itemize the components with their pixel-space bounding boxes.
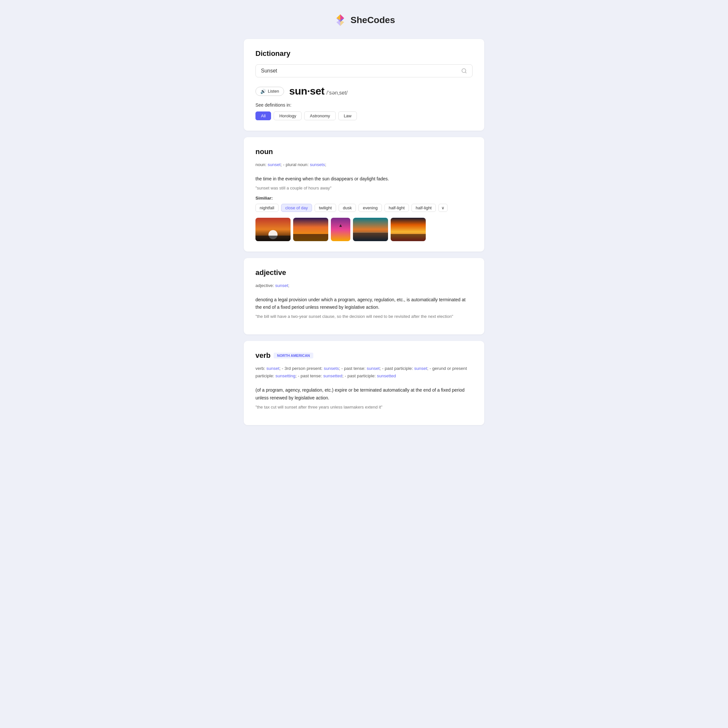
sunset-image-5 [391, 218, 426, 241]
sunset-image-1 [255, 218, 291, 241]
pos-noun: noun [255, 148, 473, 156]
listen-button[interactable]: 🔊 Listen [255, 87, 284, 96]
header: SheCodes [6, 13, 722, 27]
dictionary-title: Dictionary [255, 49, 473, 58]
noun-form-link-2[interactable]: sunsets [310, 162, 325, 167]
sunset-image-4 [353, 218, 388, 241]
svg-rect-12 [293, 234, 328, 241]
verb-example: "the tax cut will sunset after three yea… [255, 405, 473, 410]
verb-form-link-5[interactable]: sunsetting [275, 373, 296, 378]
logo-icon [333, 13, 347, 27]
svg-rect-13 [331, 218, 350, 241]
pos-adjective: adjective [255, 268, 473, 277]
noun-definition: the time in the evening when the sun dis… [255, 175, 473, 183]
tab-law[interactable]: Law [338, 112, 357, 120]
tag-close-of-day[interactable]: close of day [281, 204, 312, 212]
svg-marker-4 [336, 20, 340, 26]
tag-evening[interactable]: evening [358, 204, 382, 212]
word-row: 🔊 Listen sun·set /ˈsənˌset/ [255, 85, 473, 97]
main-container: Dictionary 🔊 Listen sun·set /ˈsənˌset/ S… [244, 39, 484, 425]
definition-tabs: All Horology Astronomy Law [255, 112, 473, 120]
see-definitions-label: See definitions in: [255, 102, 473, 107]
similiar-tags: nightfall close of day twilight dusk eve… [255, 204, 473, 212]
verb-form-link-4[interactable]: sunset [414, 366, 427, 371]
search-box [255, 64, 473, 77]
search-input[interactable] [261, 68, 461, 74]
verb-form-link-6[interactable]: sunsetted [323, 373, 343, 378]
dictionary-card: Dictionary 🔊 Listen sun·set /ˈsənˌset/ S… [244, 39, 484, 131]
verb-card: verb NORTH AMERICAN verb: sunset; - 3rd … [244, 341, 484, 425]
noun-example: "sunset was still a couple of hours away… [255, 185, 473, 190]
sunset-images [255, 218, 473, 241]
adjective-example: "the bill will have a two-year sunset cl… [255, 314, 473, 319]
verb-badge: NORTH AMERICAN [274, 353, 313, 358]
tag-dusk[interactable]: dusk [339, 204, 356, 212]
phonetic: /ˈsənˌset/ [326, 90, 347, 96]
logo-text: SheCodes [351, 15, 395, 25]
noun-card: noun noun: sunset; - plural noun: sunset… [244, 137, 484, 252]
verb-definition: (of a program, agency, regulation, etc.)… [255, 387, 473, 402]
svg-line-7 [465, 72, 466, 73]
speaker-icon: 🔊 [260, 89, 266, 94]
svg-marker-5 [340, 20, 344, 26]
verb-form-link-1[interactable]: sunset [266, 366, 280, 371]
sunset-image-3 [331, 218, 350, 241]
noun-forms: noun: sunset; - plural noun: sunsets; [255, 161, 473, 169]
search-button[interactable] [461, 68, 467, 74]
tab-horology[interactable]: Horology [274, 112, 301, 120]
adjective-card: adjective adjective: sunset; denoting a … [244, 258, 484, 335]
listen-label: Listen [268, 89, 279, 93]
tag-half-light-1[interactable]: half-light [384, 204, 409, 212]
tag-nightfall[interactable]: nightfall [255, 204, 278, 212]
tab-astronomy[interactable]: Astronomy [304, 112, 335, 120]
sunset-image-2 [293, 218, 328, 241]
similiar-label: Similiar: [255, 196, 473, 200]
verb-form-link-3[interactable]: sunset [367, 366, 379, 371]
tab-all[interactable]: All [255, 112, 271, 120]
tag-more-button[interactable]: ∨ [439, 204, 448, 212]
verb-form-link-2[interactable]: sunsets [324, 366, 339, 371]
svg-rect-16 [353, 232, 388, 241]
adjective-definition: denoting a legal provision under which a… [255, 296, 473, 312]
tag-half-light-2[interactable]: half-light [411, 204, 436, 212]
verb-forms: verb: sunset; - 3rd person present: suns… [255, 365, 473, 380]
adjective-form-link[interactable]: sunset [275, 283, 288, 288]
adjective-forms: adjective: sunset; [255, 282, 473, 289]
verb-form-link-7[interactable]: sunsetted [377, 373, 396, 378]
svg-rect-19 [391, 234, 426, 241]
word-display: sun·set [289, 85, 325, 97]
pos-verb: verb [255, 351, 271, 360]
svg-rect-10 [255, 236, 291, 241]
noun-form-link-1[interactable]: sunset [268, 162, 281, 167]
tag-twilight[interactable]: twilight [315, 204, 336, 212]
